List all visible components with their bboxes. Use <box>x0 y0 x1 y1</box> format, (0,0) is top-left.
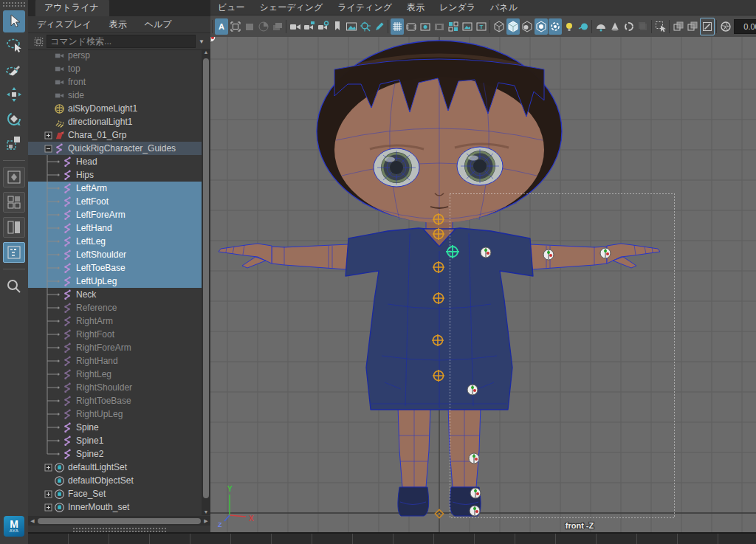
grease-pencil-button[interactable] <box>373 18 386 35</box>
search-dropdown-caret-icon[interactable]: ▼ <box>196 38 207 45</box>
expander-plus-icon[interactable] <box>44 464 54 472</box>
select-tool-button[interactable] <box>3 10 25 32</box>
safe-title-button[interactable]: T <box>475 18 488 35</box>
outliner-row-LeftFoot[interactable]: LeftFoot <box>28 195 202 208</box>
rotate-tool-button[interactable] <box>3 108 25 130</box>
scroll-up-icon[interactable]: ▲ <box>202 49 210 55</box>
layout-single-pane-button[interactable] <box>3 167 25 187</box>
scroll-left-icon[interactable]: ◀ <box>28 518 37 524</box>
outliner-row-persp[interactable]: persp <box>28 49 202 62</box>
shading-layer-button[interactable] <box>271 18 284 35</box>
outliner-row-LeftHand[interactable]: LeftHand <box>28 221 202 235</box>
outliner-row-defaultLightSet[interactable]: defaultLightSet <box>28 461 202 474</box>
outliner-row-Head[interactable]: Head <box>28 155 202 168</box>
safe-action-button[interactable] <box>461 18 474 35</box>
shadows-button[interactable] <box>549 18 562 35</box>
outliner-menu-ディスプレイ[interactable]: ディスプレイ <box>28 18 100 31</box>
expander-plus-icon[interactable] <box>44 503 54 512</box>
outliner-row-LeftToeBase[interactable]: LeftToeBase <box>28 261 202 275</box>
multisample-button[interactable] <box>636 18 650 35</box>
viewport-canvas[interactable]: Y X Z front -Z <box>210 37 756 534</box>
outliner-row-directionalLight1[interactable]: directionalLight1 <box>28 115 202 128</box>
viewport-menu-シェーディング[interactable]: シェーディング <box>252 1 331 14</box>
outliner-row-RightUpLeg[interactable]: RightUpLeg <box>28 407 202 421</box>
outliner-row-LeftUpLeg[interactable]: LeftUpLeg <box>28 275 202 288</box>
time-slider-strip[interactable] <box>28 532 756 544</box>
scroll-down-icon[interactable]: ▼ <box>202 509 210 514</box>
layout-two-pane-button[interactable] <box>3 217 25 238</box>
select-by-name-icon[interactable] <box>34 37 44 47</box>
resolution-gate-button[interactable] <box>419 18 432 35</box>
isolate-select-button[interactable] <box>672 18 685 35</box>
outliner-row-LeftForeArm[interactable]: LeftForeArm <box>28 208 202 221</box>
viewport-menu-パネル[interactable]: パネル <box>483 1 525 14</box>
scroll-right-icon[interactable]: ▶ <box>202 518 210 524</box>
outliner-row-Hips[interactable]: Hips <box>28 168 202 182</box>
outliner-row-LeftLeg[interactable]: LeftLeg <box>28 235 202 248</box>
outliner-row-Face_Set[interactable]: Face_Set <box>28 487 202 500</box>
viewport-menu-ライティング[interactable]: ライティング <box>330 1 399 14</box>
outliner-menu-表示[interactable]: 表示 <box>100 18 136 31</box>
lock-camera-button[interactable] <box>303 18 316 35</box>
lasso-select-tool-button[interactable] <box>3 35 25 57</box>
ao-cone-button[interactable] <box>608 18 622 35</box>
film-gate-button[interactable] <box>405 18 418 35</box>
outliner-tab[interactable]: アウトライナ <box>35 0 109 16</box>
outliner-row-Neck[interactable]: Neck <box>28 288 202 301</box>
use-all-lights-button[interactable] <box>535 18 548 35</box>
outliner-row-defaultObjectSet[interactable]: defaultObjectSet <box>28 474 202 487</box>
command-search-input[interactable] <box>47 35 196 48</box>
outliner-row-InnerMouth_set[interactable]: InnerMouth_set <box>28 500 202 514</box>
search-tool-button[interactable] <box>3 275 25 297</box>
outliner-row-top[interactable]: top <box>28 62 202 75</box>
field-chart-button[interactable] <box>447 18 460 35</box>
outliner-row-LeftArm[interactable]: LeftArm <box>28 182 202 195</box>
vscroll-thumb[interactable] <box>203 58 209 498</box>
outliner-row-RightFoot[interactable]: RightFoot <box>28 328 202 341</box>
outliner-row-RightForeArm[interactable]: RightForeArm <box>28 341 202 354</box>
select-camera-button[interactable] <box>289 18 302 35</box>
outliner-row-side[interactable]: side <box>28 89 202 102</box>
smooth-shade-button[interactable] <box>506 18 520 35</box>
expander-plus-icon[interactable] <box>44 490 54 498</box>
grid-toggle-button[interactable] <box>391 18 404 35</box>
toolbox-grip[interactable] <box>2 1 26 8</box>
outliner-row-Chara_01_Grp[interactable]: Chara_01_Grp <box>28 128 202 142</box>
hscroll-thumb[interactable] <box>38 518 201 524</box>
layout-outliner-persp-button[interactable] <box>3 242 25 263</box>
expander-minus-icon[interactable] <box>44 145 54 153</box>
outliner-row-LeftShoulder[interactable]: LeftShoulder <box>28 248 202 261</box>
expander-plus-icon[interactable] <box>44 131 54 140</box>
bookmark-button[interactable] <box>331 18 344 35</box>
outliner-hscrollbar[interactable]: ◀ ▶ <box>28 516 210 526</box>
move-tool-button[interactable] <box>3 83 25 106</box>
outliner-row-aiSkyDomeLight1[interactable]: aiSkyDomeLight1 <box>28 102 202 115</box>
outliner-row-Spine[interactable]: Spine <box>28 421 202 434</box>
isolate-view-button[interactable] <box>686 18 699 35</box>
outliner-row-Spine2[interactable]: Spine2 <box>28 447 202 461</box>
textured-button[interactable] <box>520 18 534 35</box>
gate-mask-button[interactable] <box>433 18 446 35</box>
camera-attributes-button[interactable] <box>317 18 330 35</box>
outliner-row-RightLeg[interactable]: RightLeg <box>28 368 202 381</box>
renderer-a-button[interactable]: A <box>215 18 228 35</box>
viewport-menu-レンダラ[interactable]: レンダラ <box>432 1 483 14</box>
motion-blur-button[interactable] <box>622 18 636 35</box>
exposure-input[interactable] <box>734 19 756 34</box>
viewport-menu-表示[interactable]: 表示 <box>399 1 432 14</box>
selection-highlight-button[interactable] <box>654 18 667 35</box>
exposure-button[interactable] <box>719 18 732 35</box>
outliner-row-RightShoulder[interactable]: RightShoulder <box>28 381 202 394</box>
layout-four-pane-button[interactable] <box>3 192 25 213</box>
scale-tool-button[interactable] <box>3 132 25 154</box>
xray-button[interactable] <box>700 18 715 35</box>
outliner-vscrollbar[interactable]: ▲ ▼ <box>202 49 210 515</box>
outliner-row-RightHand[interactable]: RightHand <box>28 354 202 368</box>
outliner-row-Spine1[interactable]: Spine1 <box>28 434 202 447</box>
viewport-menu-ビュー[interactable]: ビュー <box>210 1 252 14</box>
image-plane-button[interactable] <box>345 18 358 35</box>
paint-select-tool-button[interactable] <box>3 59 25 81</box>
wireframe-button[interactable] <box>492 18 506 35</box>
outliner-row-RightToeBase[interactable]: RightToeBase <box>28 394 202 407</box>
outliner-row-front[interactable]: front <box>28 75 202 89</box>
